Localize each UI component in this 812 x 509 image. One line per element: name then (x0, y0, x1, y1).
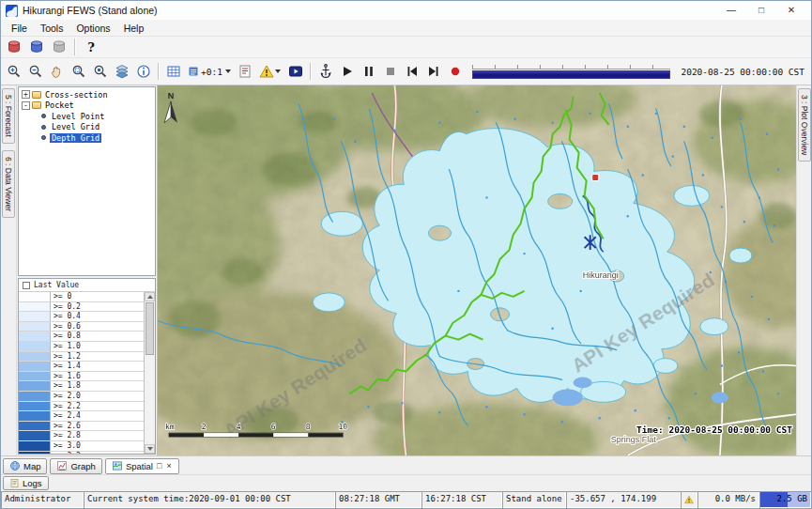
zoom-area-icon[interactable] (69, 61, 89, 82)
legend-color-swatch (19, 441, 51, 451)
tree-expander-icon[interactable] (22, 90, 30, 99)
warnings-dropdown[interactable] (256, 61, 284, 82)
legend-row-label: >= 2.2 (51, 402, 144, 411)
toolbar-datetime: 2020-08-25 00:00:00 CST (677, 67, 808, 77)
application-window: Hikurangi FEWS (Stand alone) — □ ✕ FileT… (0, 0, 812, 509)
grid-display-icon[interactable] (163, 61, 184, 82)
legend-row-label: >= 0.2 (51, 302, 144, 312)
legend-color-swatch (19, 392, 51, 401)
database-blue-icon[interactable] (26, 37, 47, 57)
menu-item[interactable]: Help (117, 21, 151, 36)
north-label: N (168, 91, 175, 100)
tree-item-label[interactable]: Depth Grid (50, 133, 101, 143)
tree-node-icon (41, 135, 46, 140)
legend-header: Last Value (19, 279, 155, 292)
map-time-label: Time: 2020-08-25 00:00:00 CST (636, 424, 792, 435)
legend-color-swatch (19, 452, 51, 455)
timeline-ruler (472, 65, 671, 69)
dock-tab[interactable]: 5 : Forecast (2, 88, 15, 144)
last-value-checkbox[interactable] (23, 282, 30, 289)
step-last-button[interactable] (423, 61, 444, 82)
status-gmt-time: 08:27:18 GMT (335, 491, 421, 508)
help-button[interactable]: ? (81, 37, 101, 57)
pause-button[interactable] (359, 61, 379, 82)
legend-color-swatch (19, 362, 51, 371)
filters-tree[interactable]: Cross-section Pocket Level Point (18, 86, 156, 276)
minimize-button[interactable]: — (716, 1, 746, 20)
status-mode: Stand alone (502, 491, 566, 508)
status-memory-indicator: 2.5 GB (759, 491, 811, 508)
tree-item-label[interactable]: Pocket (43, 100, 76, 110)
legend-color-swatch (19, 332, 51, 341)
record-button[interactable] (445, 61, 466, 82)
tree-item-label[interactable]: Level Point (50, 112, 106, 121)
pan-hand-icon[interactable] (47, 61, 68, 82)
legend-row: >= 1.0 (19, 342, 144, 352)
tree-node-icon (41, 125, 46, 130)
tree-item-label[interactable]: Level Grid (50, 122, 101, 131)
tree-item-label[interactable]: Cross-section (43, 90, 110, 100)
zoom-in-icon[interactable] (4, 61, 24, 82)
step-first-button[interactable] (402, 61, 422, 82)
zoom-extent-icon[interactable] (90, 61, 111, 82)
tree-item[interactable]: Depth Grid (19, 132, 155, 144)
status-bar: Administrator Current system time:2020-0… (1, 491, 811, 508)
info-icon[interactable] (133, 61, 154, 82)
tree-expander-icon[interactable] (22, 101, 30, 110)
legend-scrollbar[interactable] (144, 292, 155, 454)
logs-button[interactable]: Logs (3, 476, 49, 490)
data-viewer-panel: Cross-section Pocket Level Point (17, 85, 158, 455)
place-label-town: Hikurangi (583, 270, 619, 280)
menu-item[interactable]: File (5, 21, 34, 36)
undock-panel-button[interactable]: □ (156, 461, 162, 470)
tab-map[interactable]: Map (3, 458, 47, 474)
layers-icon[interactable] (112, 61, 132, 82)
timeline-period-bar[interactable] (472, 70, 671, 79)
interval-icon (188, 66, 199, 77)
dock-tab[interactable]: 6 : Data Viewer (2, 150, 15, 218)
menu-item[interactable]: Tools (34, 21, 70, 36)
close-button[interactable]: ✕ (776, 1, 806, 20)
play-button[interactable] (337, 61, 358, 82)
legend-color-swatch (19, 352, 51, 362)
document-icon[interactable] (235, 61, 255, 82)
legend-color-swatch (19, 322, 51, 332)
maximize-button[interactable]: □ (746, 1, 776, 20)
zoom-out-icon[interactable] (25, 61, 46, 82)
tree-item[interactable]: Pocket (19, 100, 155, 112)
time-interval-control[interactable]: +0:1 (185, 64, 234, 79)
dock-tab[interactable]: 3 : Plot Overview (798, 88, 811, 162)
display-tabs-bar: Map Graph Spatial □ × (1, 455, 811, 474)
status-local-time: 16:27:18 CST (421, 491, 502, 508)
stop-button[interactable] (380, 61, 401, 82)
tab-spatial[interactable]: Spatial □ × (105, 458, 179, 474)
anchor-tool-icon[interactable] (315, 61, 336, 82)
timeline-slider[interactable] (472, 63, 671, 80)
tree-item[interactable]: Level Grid (19, 122, 155, 133)
animation-movie-icon[interactable] (285, 61, 306, 82)
chevron-down-icon (225, 69, 231, 73)
tree-item[interactable]: Level Point (19, 111, 155, 122)
tab-map-label: Map (23, 461, 40, 471)
menu-bar: FileToolsOptionsHelp (1, 20, 811, 37)
scale-unit: km (165, 423, 175, 431)
svg-text:10: 10 (338, 423, 347, 431)
map-view[interactable]: API Key Required API Key Required Hikura… (158, 85, 796, 455)
legend-row: >= 3.2 (19, 452, 144, 455)
legend-row-label: >= 0.6 (51, 322, 144, 332)
database-gray-icon[interactable] (49, 37, 69, 57)
database-red-icon[interactable] (4, 37, 24, 57)
legend-row-label: >= 3.0 (51, 441, 144, 451)
scrollbar-thumb[interactable] (146, 302, 154, 355)
scroll-down-icon[interactable] (145, 444, 155, 454)
close-panel-button[interactable]: × (165, 461, 172, 470)
legend-row: >= 0 (19, 292, 144, 302)
menu-item[interactable]: Options (69, 21, 116, 36)
legend-row-label: >= 0.8 (51, 332, 144, 341)
tree-item[interactable]: Cross-section (19, 89, 155, 100)
status-warning-icon[interactable] (681, 491, 697, 508)
tree-node-icon (32, 101, 41, 109)
right-dock-tabstrip: 3 : Plot Overview (796, 85, 811, 455)
scroll-up-icon[interactable] (145, 292, 155, 301)
tab-graph[interactable]: Graph (50, 458, 101, 474)
